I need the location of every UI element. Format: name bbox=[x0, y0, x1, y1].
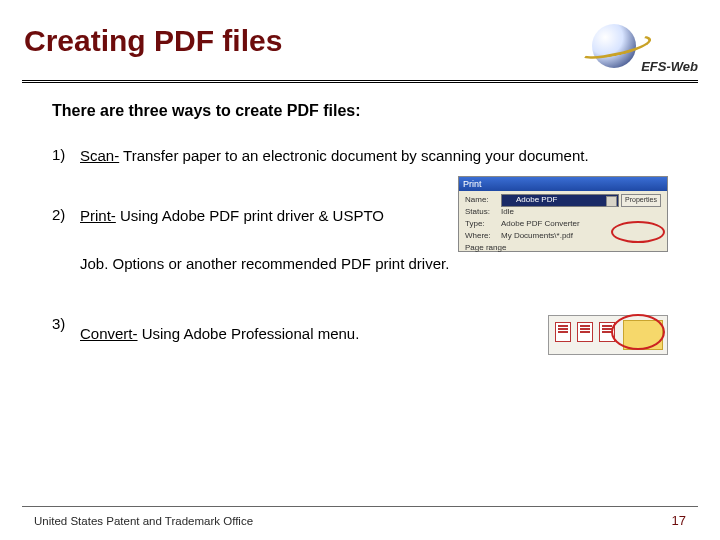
label-page-range: Page range bbox=[465, 243, 506, 254]
item-lead: Convert- bbox=[80, 325, 138, 342]
item-text: Convert- Using Adobe Professional menu. bbox=[80, 315, 668, 355]
item-rest-b: Job. Options or another recommended PDF … bbox=[80, 254, 668, 274]
label-type: Type: bbox=[465, 219, 485, 230]
efs-web-logo: EFS-Web bbox=[568, 24, 698, 74]
item-rest: Using Adobe Professional menu. bbox=[138, 325, 360, 342]
item-lead: Print- bbox=[80, 207, 116, 224]
printer-name-dropdown[interactable]: Adobe PDF bbox=[501, 194, 619, 207]
header-rules bbox=[22, 80, 698, 83]
footer: United States Patent and Trademark Offic… bbox=[0, 506, 720, 528]
logo-text: EFS-Web bbox=[641, 59, 698, 74]
item-number: 2) bbox=[52, 206, 80, 223]
list-item: 1) Scan- Transfer paper to an electronic… bbox=[52, 146, 668, 166]
label-where: Where: bbox=[465, 231, 491, 242]
where-value: My Documents\*.pdf bbox=[501, 231, 573, 242]
intro-text: There are three ways to create PDF files… bbox=[52, 102, 668, 120]
item-text: Scan- Transfer paper to an electronic do… bbox=[80, 146, 668, 166]
item-number: 3) bbox=[52, 315, 80, 332]
convert-toolbar-screenshot bbox=[548, 315, 668, 355]
pdf-icon bbox=[555, 322, 571, 342]
status-value: Idle bbox=[501, 207, 514, 218]
body: There are three ways to create PDF files… bbox=[22, 84, 698, 355]
highlight-oval-icon bbox=[611, 314, 665, 350]
list-item: 3) Convert- Using Adobe Professional men… bbox=[52, 315, 668, 355]
type-value: Adobe PDF Converter bbox=[501, 219, 580, 230]
list-item: 2) Print- Using Adobe PDF print driver &… bbox=[52, 206, 668, 274]
item-lead: Scan- bbox=[80, 147, 119, 164]
label-status: Status: bbox=[465, 207, 490, 218]
header: Creating PDF files EFS-Web bbox=[22, 24, 698, 74]
item-number: 1) bbox=[52, 146, 80, 163]
pdf-icon bbox=[577, 322, 593, 342]
item-text: Print- Using Adobe PDF print driver & US… bbox=[80, 206, 668, 274]
page-number: 17 bbox=[672, 513, 686, 528]
printer-name-value: Adobe PDF bbox=[516, 195, 557, 206]
chevron-down-icon[interactable] bbox=[606, 196, 617, 207]
print-dialog-screenshot: Print Name: Status: Type: Where: Page ra… bbox=[458, 176, 668, 252]
footer-org: United States Patent and Trademark Offic… bbox=[34, 515, 253, 527]
label-name: Name: bbox=[465, 195, 489, 206]
properties-button[interactable]: Properties bbox=[621, 194, 661, 207]
page-title: Creating PDF files bbox=[22, 24, 282, 58]
dialog-titlebar: Print bbox=[459, 177, 667, 191]
highlight-oval-icon bbox=[611, 221, 665, 243]
item-rest-a: Using Adobe PDF print driver & USPTO bbox=[116, 207, 384, 224]
slide: Creating PDF files EFS-Web There are thr… bbox=[0, 0, 720, 540]
item-rest: Transfer paper to an electronic document… bbox=[119, 147, 588, 164]
